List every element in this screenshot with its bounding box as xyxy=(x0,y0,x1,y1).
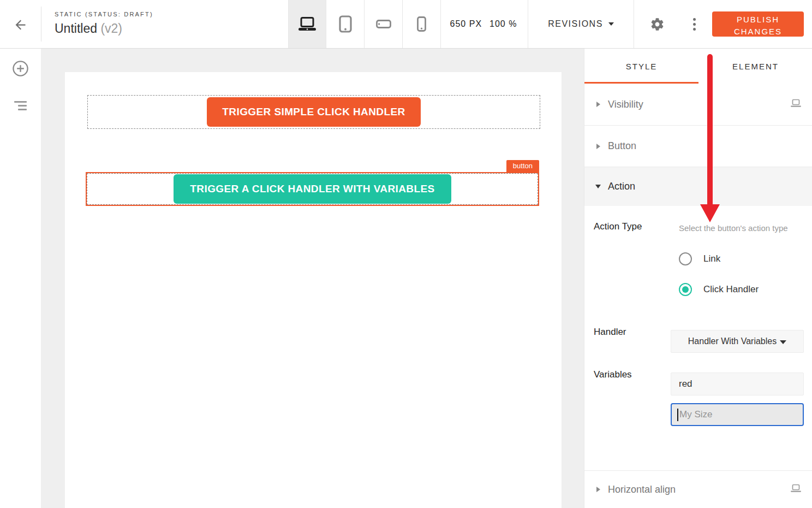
selected-button-container[interactable]: button TRIGGER A CLICK HANDLER WITH VARI… xyxy=(86,172,539,206)
editor-canvas: TRIGGER SIMPLE CLICK HANDLER button TRIG… xyxy=(41,49,584,508)
page-status-kicker: STATIC (STATUS: DRAFT) xyxy=(55,11,153,17)
device-desktop-button[interactable] xyxy=(288,0,326,48)
action-section-content: Action Type Select the button's action t… xyxy=(584,206,812,471)
phone-landscape-icon xyxy=(376,20,391,28)
device-phone-landscape-button[interactable] xyxy=(365,0,403,48)
radio-click-handler-label: Click Handler xyxy=(703,284,759,295)
page-version: (v2) xyxy=(100,21,122,36)
left-toolbar xyxy=(0,49,41,508)
viewport-size-indicator: 650 PX 100 % xyxy=(439,0,528,48)
section-horizontal-align-label: Horizontal align xyxy=(608,484,676,495)
radio-unselected-icon[interactable] xyxy=(679,252,692,265)
radio-link-label: Link xyxy=(703,253,720,264)
handler-select-value: Handler With Variables xyxy=(688,336,777,346)
section-horizontal-align[interactable]: Horizontal align xyxy=(584,470,812,508)
radio-selected-icon[interactable] xyxy=(679,283,692,296)
title-block: STATIC (STATUS: DRAFT) Untitled (v2) xyxy=(55,11,153,36)
chevron-right-icon xyxy=(596,487,600,492)
radio-option-link[interactable]: Link xyxy=(679,252,720,265)
page-surface[interactable]: TRIGGER SIMPLE CLICK HANDLER button TRIG… xyxy=(65,72,562,508)
trigger-click-handler-variables-button[interactable]: TRIGGER A CLICK HANDLER WITH VARIABLES xyxy=(174,174,451,204)
section-visibility-label: Visibility xyxy=(608,99,643,110)
revisions-dropdown[interactable]: REVISIONS xyxy=(528,0,634,48)
variable-size-input[interactable] xyxy=(671,403,804,426)
section-action-label: Action xyxy=(608,181,635,192)
section-button-label: Button xyxy=(608,140,636,152)
viewport-width-label: 650 PX xyxy=(450,19,482,29)
topbar: STATIC (STATUS: DRAFT) Untitled (v2) xyxy=(0,0,812,49)
device-preview-switcher xyxy=(288,0,441,48)
viewport-zoom-label: 100 % xyxy=(489,19,517,29)
app-window: STATIC (STATUS: DRAFT) Untitled (v2) xyxy=(0,0,812,508)
section-button[interactable]: Button xyxy=(584,126,812,167)
settings-button[interactable] xyxy=(646,13,668,35)
more-options-button[interactable] xyxy=(683,13,705,35)
action-type-helper-text: Select the button's action type xyxy=(679,222,795,234)
section-visibility[interactable]: Visibility xyxy=(584,84,812,126)
chevron-right-icon xyxy=(596,102,600,107)
selection-tag: button xyxy=(506,160,539,172)
kebab-icon xyxy=(693,18,696,21)
variables-label: Variables xyxy=(594,369,632,380)
chevron-right-icon xyxy=(596,144,600,149)
tab-style[interactable]: STYLE xyxy=(584,49,698,84)
action-type-label: Action Type xyxy=(594,221,642,232)
handler-select[interactable]: Handler With Variables xyxy=(671,330,804,353)
laptop-icon xyxy=(790,99,802,110)
variable-red-input[interactable] xyxy=(671,373,804,395)
inspector-tabs: STYLE ELEMENT xyxy=(584,49,812,84)
laptop-icon xyxy=(790,484,802,495)
trigger-simple-click-handler-button[interactable]: TRIGGER SIMPLE CLICK HANDLER xyxy=(207,97,421,127)
page-title: Untitled (v2) xyxy=(55,21,153,36)
plus-circle-icon xyxy=(12,60,29,77)
device-phone-button[interactable] xyxy=(403,0,441,48)
publish-changes-button[interactable]: PUBLISH CHANGES xyxy=(712,11,804,37)
phone-portrait-icon xyxy=(417,16,426,32)
back-button[interactable] xyxy=(8,13,33,36)
chevron-down-icon xyxy=(608,22,614,26)
tablet-icon xyxy=(339,15,352,33)
revisions-label: REVISIONS xyxy=(548,19,603,29)
gear-icon xyxy=(650,17,665,32)
back-arrow-icon xyxy=(13,17,28,32)
tab-element[interactable]: ELEMENT xyxy=(698,49,812,84)
inspector-panel: STYLE ELEMENT Visibility Button Action A… xyxy=(584,49,812,508)
button-container-simple[interactable]: TRIGGER SIMPLE CLICK HANDLER xyxy=(87,95,540,129)
selected-container-outline: TRIGGER A CLICK HANDLER WITH VARIABLES xyxy=(87,173,538,205)
section-action[interactable]: Action xyxy=(584,167,812,206)
topbar-divider xyxy=(41,7,41,42)
chevron-down-icon xyxy=(595,185,601,188)
add-element-button[interactable] xyxy=(0,55,41,81)
radio-option-click-handler[interactable]: Click Handler xyxy=(679,283,759,296)
text-cursor xyxy=(677,409,678,421)
outline-tree-button[interactable] xyxy=(0,92,41,119)
device-tablet-button[interactable] xyxy=(326,0,365,48)
select-caret-icon xyxy=(780,340,786,344)
page-title-text: Untitled xyxy=(55,21,97,36)
handler-label: Handler xyxy=(594,327,626,338)
outline-icon xyxy=(14,101,27,110)
laptop-icon xyxy=(297,17,317,32)
